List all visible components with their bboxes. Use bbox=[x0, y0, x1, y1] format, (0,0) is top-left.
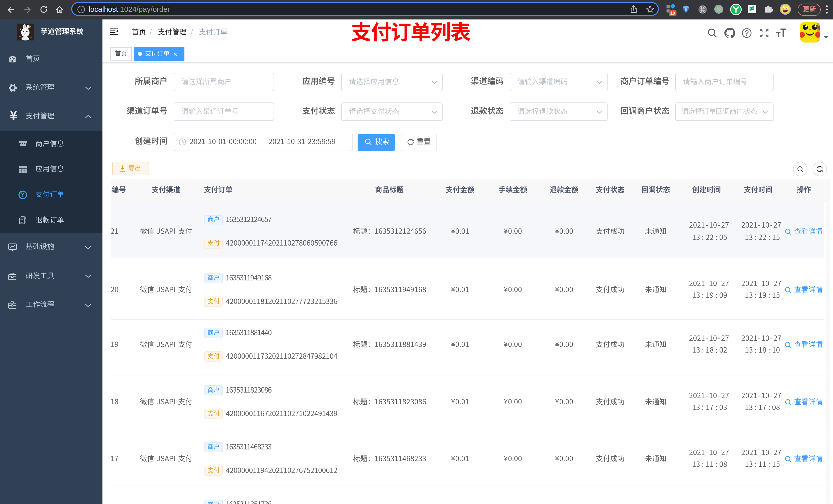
svg-text:10: 10 bbox=[670, 10, 675, 16]
